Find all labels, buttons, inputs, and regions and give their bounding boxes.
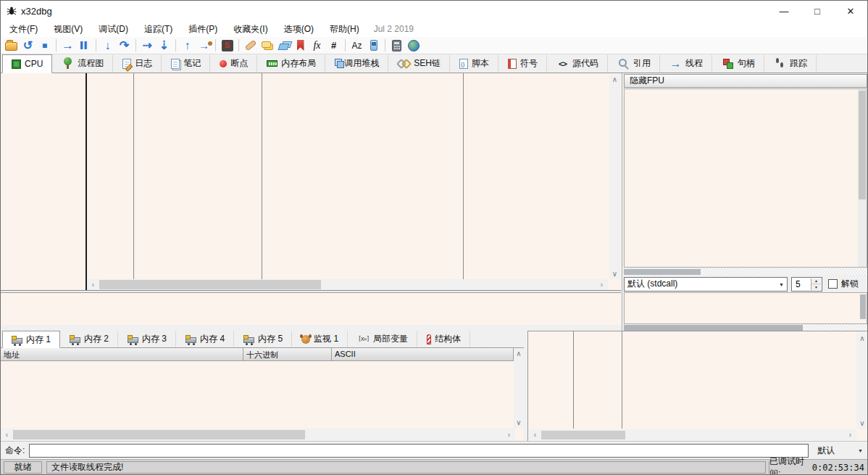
tab-call-stack[interactable]: 调用堆栈	[325, 54, 388, 73]
scrollbar-thumb[interactable]	[624, 325, 803, 331]
menu-help[interactable]: 帮助(H)	[322, 21, 367, 38]
scrollbar-thumb[interactable]	[859, 91, 866, 199]
tab-references[interactable]: 引用	[608, 54, 660, 73]
disassembly-vertical-scrollbar[interactable]: ∧ ∨	[609, 75, 620, 279]
tab-notes[interactable]: 笔记	[162, 54, 210, 73]
scroll-up-icon[interactable]: ∧	[856, 334, 868, 343]
scroll-down-icon[interactable]: ∨	[609, 269, 620, 279]
hash-button[interactable]: #	[325, 38, 342, 54]
tab-seh[interactable]: SEH链	[388, 54, 450, 73]
seatbelt-button[interactable]: S	[219, 38, 235, 54]
registers-vertical-scrollbar[interactable]	[858, 89, 867, 267]
tab-source[interactable]: <> 源代码	[547, 54, 608, 73]
scroll-right-icon[interactable]: ›	[846, 429, 855, 441]
scrollbar-thumb[interactable]	[860, 294, 866, 319]
tab-symbols[interactable]: 符号	[498, 54, 547, 73]
tab-dump-5[interactable]: 内存 5	[234, 331, 292, 347]
disassembly-pane[interactable]: ∧ ∨ ‹ ›	[1, 73, 621, 291]
trace-over-button[interactable]: ⇣	[156, 38, 172, 54]
menu-view[interactable]: 视图(V)	[46, 21, 90, 38]
font-settings-button[interactable]: Az	[349, 38, 365, 54]
pause-button[interactable]: ▌▌	[76, 38, 93, 54]
tab-dump-3[interactable]: 内存 3	[118, 331, 176, 347]
menu-trace[interactable]: 追踪(T)	[137, 21, 180, 38]
tab-memory-map[interactable]: 内存布局	[257, 54, 325, 73]
tab-dump-2[interactable]: 内存 2	[60, 331, 118, 347]
arguments-view[interactable]	[624, 292, 867, 324]
tab-dump-1[interactable]: 内存 1	[2, 331, 60, 348]
comments-button[interactable]	[259, 38, 275, 54]
tab-struct[interactable]: 结构体	[417, 331, 470, 347]
menu-favourites[interactable]: 收藏夹(I)	[226, 21, 275, 38]
scroll-left-icon[interactable]: ‹	[530, 429, 540, 441]
tab-cpu[interactable]: CPU	[2, 54, 52, 73]
tab-graph[interactable]: 流程图	[52, 54, 113, 73]
tab-threads[interactable]: → 线程	[660, 54, 712, 73]
scroll-down-icon[interactable]: ∨	[856, 418, 868, 428]
calling-convention-select[interactable]: 默认 (stdcall) ▼	[624, 277, 788, 292]
scroll-right-icon[interactable]: ›	[597, 279, 606, 290]
step-into-button[interactable]: ↓	[99, 38, 116, 54]
dump-col-hex[interactable]: 十六进制	[243, 348, 332, 360]
argument-count-spinner[interactable]: 5 ▲ ▼	[791, 277, 822, 292]
minimize-button[interactable]: —	[767, 1, 801, 21]
registers-view[interactable]	[624, 88, 867, 268]
scrollbar-thumb[interactable]	[541, 431, 625, 439]
execute-till-return-button[interactable]: ↑	[179, 38, 196, 54]
patches-button[interactable]	[242, 38, 259, 54]
scrollbar-thumb[interactable]	[624, 269, 701, 275]
open-file-button[interactable]	[3, 38, 20, 54]
internet-button[interactable]	[405, 38, 422, 54]
dump-col-ascii[interactable]: ASCII	[332, 348, 510, 360]
dump-horizontal-scrollbar[interactable]: ‹ ›	[1, 429, 515, 441]
tab-watch-1[interactable]: 监视 1	[292, 331, 348, 347]
scroll-left-icon[interactable]: ‹	[2, 429, 12, 441]
tab-script[interactable]: 脚本	[450, 54, 498, 73]
stop-button[interactable]: ■	[36, 38, 53, 54]
menu-plugins[interactable]: 插件(P)	[181, 21, 225, 38]
scroll-up-icon[interactable]: ∧	[514, 350, 524, 358]
step-over-button[interactable]: ↷	[116, 38, 133, 54]
menu-file[interactable]: 文件(F)	[2, 21, 45, 38]
stack-pane[interactable]: ∧ ∨ ‹ ›	[527, 331, 868, 441]
scrollbar-thumb[interactable]	[13, 430, 305, 439]
bookmarks-button[interactable]	[292, 38, 309, 54]
menu-debug[interactable]: 调试(D)	[91, 21, 135, 38]
calculator-button[interactable]	[388, 38, 405, 54]
close-button[interactable]: ✕	[834, 1, 867, 21]
attach-button[interactable]	[365, 38, 382, 54]
functions-button[interactable]: fx	[309, 38, 325, 54]
stack-horizontal-scrollbar[interactable]: ‹ ›	[529, 429, 856, 441]
scroll-right-icon[interactable]: ›	[504, 429, 514, 441]
dump-pane[interactable]: 地址十六进制ASCII ∧ ∨ ‹ ›	[1, 348, 524, 441]
labels-button[interactable]	[275, 38, 292, 54]
scroll-down-icon[interactable]: ∨	[514, 418, 524, 427]
tab-locals[interactable]: [x=] 局部变量	[348, 331, 417, 347]
maximize-button[interactable]: □	[801, 1, 834, 21]
scroll-up-icon[interactable]: ∧	[609, 75, 620, 85]
tab-handles[interactable]: 句柄	[712, 54, 764, 73]
registers-horizontal-scrollbar[interactable]	[624, 269, 867, 275]
scrollbar-thumb[interactable]	[99, 280, 321, 289]
dump-vertical-scrollbar[interactable]: ∧ ∨	[514, 348, 524, 429]
scroll-left-icon[interactable]: ‹	[88, 279, 98, 290]
dump-col-address[interactable]: 地址	[1, 348, 243, 360]
tab-trace[interactable]: 跟踪	[764, 54, 817, 73]
hide-fpu-button[interactable]: 隐藏FPU	[624, 74, 867, 88]
tab-dump-4[interactable]: 内存 4	[176, 331, 234, 347]
restart-button[interactable]: ↺	[20, 38, 36, 54]
arguments-horizontal-scrollbar[interactable]	[624, 325, 867, 331]
spin-up-icon[interactable]: ▲	[811, 278, 821, 285]
disassembly-horizontal-scrollbar[interactable]: ‹ ›	[87, 279, 608, 290]
spin-down-icon[interactable]: ▼	[811, 284, 821, 290]
run-to-user-code-button[interactable]: →	[196, 38, 212, 54]
trace-into-button[interactable]: ⇢	[139, 38, 156, 54]
command-profile-select[interactable]: 默认 ▼	[813, 443, 868, 458]
stack-vertical-scrollbar[interactable]: ∧ ∨	[856, 332, 868, 429]
tab-log[interactable]: 日志	[113, 54, 162, 73]
unlock-checkbox[interactable]	[828, 279, 838, 289]
run-button[interactable]: →	[59, 38, 76, 54]
menu-options[interactable]: 选项(O)	[277, 21, 321, 38]
command-input[interactable]	[29, 444, 809, 458]
tab-breakpoints[interactable]: 断点	[210, 54, 257, 73]
